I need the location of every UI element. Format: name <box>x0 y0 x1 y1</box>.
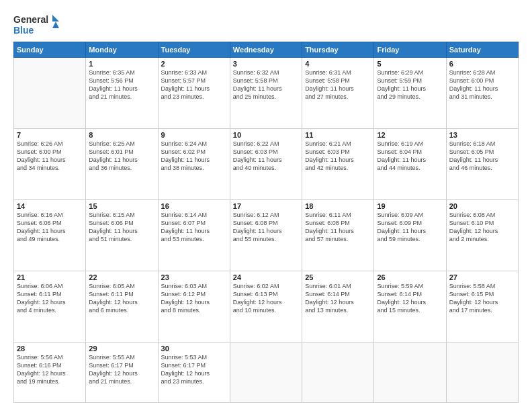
cell-info: Sunrise: 5:59 AM Sunset: 6:14 PM Dayligh… <box>377 282 443 315</box>
cell-info: Sunrise: 6:14 AM Sunset: 6:07 PM Dayligh… <box>161 211 227 244</box>
day-number: 26 <box>377 273 443 281</box>
day-number: 6 <box>449 60 515 68</box>
calendar-cell: 7Sunrise: 6:26 AM Sunset: 6:00 PM Daylig… <box>14 128 86 199</box>
day-number: 19 <box>377 202 443 210</box>
calendar-cell <box>14 58 86 129</box>
cell-info: Sunrise: 6:25 AM Sunset: 6:01 PM Dayligh… <box>89 140 154 173</box>
day-number: 10 <box>233 131 299 139</box>
calendar-cell: 12Sunrise: 6:19 AM Sunset: 6:04 PM Dayli… <box>374 128 446 199</box>
cell-info: Sunrise: 6:05 AM Sunset: 6:11 PM Dayligh… <box>89 282 154 315</box>
cell-info: Sunrise: 6:01 AM Sunset: 6:14 PM Dayligh… <box>305 282 371 315</box>
calendar-cell: 11Sunrise: 6:21 AM Sunset: 6:03 PM Dayli… <box>302 128 374 199</box>
weekday-header-wednesday: Wednesday <box>230 42 302 58</box>
calendar-table: SundayMondayTuesdayWednesdayThursdayFrid… <box>13 42 519 403</box>
day-number: 18 <box>305 202 371 210</box>
day-number: 24 <box>233 273 299 281</box>
calendar-cell: 27Sunrise: 5:58 AM Sunset: 6:15 PM Dayli… <box>446 271 518 342</box>
cell-info: Sunrise: 6:11 AM Sunset: 6:08 PM Dayligh… <box>305 211 371 244</box>
calendar-cell: 6Sunrise: 6:28 AM Sunset: 6:00 PM Daylig… <box>446 58 518 129</box>
day-number: 11 <box>305 131 371 139</box>
cell-info: Sunrise: 6:35 AM Sunset: 5:56 PM Dayligh… <box>89 68 154 101</box>
day-number: 17 <box>233 202 299 210</box>
calendar-cell: 29Sunrise: 5:55 AM Sunset: 6:17 PM Dayli… <box>86 342 158 402</box>
week-row-2: 7Sunrise: 6:26 AM Sunset: 6:00 PM Daylig… <box>14 128 519 199</box>
calendar-cell: 21Sunrise: 6:06 AM Sunset: 6:11 PM Dayli… <box>14 271 86 342</box>
day-number: 16 <box>161 202 227 210</box>
calendar-cell: 17Sunrise: 6:12 AM Sunset: 6:08 PM Dayli… <box>230 199 302 271</box>
calendar-cell: 24Sunrise: 6:02 AM Sunset: 6:13 PM Dayli… <box>230 271 302 342</box>
calendar-cell: 30Sunrise: 5:53 AM Sunset: 6:17 PM Dayli… <box>158 342 230 402</box>
day-number: 21 <box>17 273 83 281</box>
week-row-5: 28Sunrise: 5:56 AM Sunset: 6:16 PM Dayli… <box>14 342 519 402</box>
week-row-4: 21Sunrise: 6:06 AM Sunset: 6:11 PM Dayli… <box>14 271 519 342</box>
calendar-cell: 18Sunrise: 6:11 AM Sunset: 6:08 PM Dayli… <box>302 199 374 271</box>
calendar-cell: 15Sunrise: 6:15 AM Sunset: 6:06 PM Dayli… <box>86 199 158 271</box>
day-number: 30 <box>161 345 227 353</box>
day-number: 27 <box>449 273 515 281</box>
weekday-header-row: SundayMondayTuesdayWednesdayThursdayFrid… <box>14 42 519 58</box>
day-number: 12 <box>377 131 443 139</box>
cell-info: Sunrise: 6:31 AM Sunset: 5:58 PM Dayligh… <box>305 68 371 101</box>
day-number: 15 <box>89 202 154 210</box>
day-number: 25 <box>305 273 371 281</box>
svg-marker-2 <box>52 15 59 28</box>
day-number: 2 <box>161 60 227 68</box>
cell-info: Sunrise: 5:55 AM Sunset: 6:17 PM Dayligh… <box>89 353 154 386</box>
week-row-3: 14Sunrise: 6:16 AM Sunset: 6:06 PM Dayli… <box>14 199 519 271</box>
cell-info: Sunrise: 6:09 AM Sunset: 6:09 PM Dayligh… <box>377 211 443 244</box>
cell-info: Sunrise: 6:03 AM Sunset: 6:12 PM Dayligh… <box>161 282 227 315</box>
week-row-1: 1Sunrise: 6:35 AM Sunset: 5:56 PM Daylig… <box>14 58 519 129</box>
day-number: 9 <box>161 131 227 139</box>
weekday-header-thursday: Thursday <box>302 42 374 58</box>
calendar-cell: 16Sunrise: 6:14 AM Sunset: 6:07 PM Dayli… <box>158 199 230 271</box>
day-number: 7 <box>17 131 83 139</box>
weekday-header-saturday: Saturday <box>446 42 518 58</box>
cell-info: Sunrise: 6:06 AM Sunset: 6:11 PM Dayligh… <box>17 282 83 315</box>
day-number: 23 <box>161 273 227 281</box>
calendar-cell: 25Sunrise: 6:01 AM Sunset: 6:14 PM Dayli… <box>302 271 374 342</box>
day-number: 13 <box>449 131 515 139</box>
day-number: 20 <box>449 202 515 210</box>
cell-info: Sunrise: 6:32 AM Sunset: 5:58 PM Dayligh… <box>233 68 299 101</box>
calendar-cell <box>230 342 302 402</box>
day-number: 28 <box>17 345 83 353</box>
svg-text:Blue: Blue <box>13 25 34 36</box>
calendar-cell: 19Sunrise: 6:09 AM Sunset: 6:09 PM Dayli… <box>374 199 446 271</box>
calendar-cell: 4Sunrise: 6:31 AM Sunset: 5:58 PM Daylig… <box>302 58 374 129</box>
day-number: 4 <box>305 60 371 68</box>
cell-info: Sunrise: 6:12 AM Sunset: 6:08 PM Dayligh… <box>233 211 299 244</box>
cell-info: Sunrise: 6:28 AM Sunset: 6:00 PM Dayligh… <box>449 68 515 101</box>
weekday-header-sunday: Sunday <box>14 42 86 58</box>
day-number: 22 <box>89 273 154 281</box>
day-number: 3 <box>233 60 299 68</box>
calendar-cell: 26Sunrise: 5:59 AM Sunset: 6:14 PM Dayli… <box>374 271 446 342</box>
cell-info: Sunrise: 6:29 AM Sunset: 5:59 PM Dayligh… <box>377 68 443 101</box>
calendar-cell <box>374 342 446 402</box>
calendar-cell <box>446 342 518 402</box>
cell-info: Sunrise: 6:22 AM Sunset: 6:03 PM Dayligh… <box>233 140 299 173</box>
svg-text:General: General <box>13 14 48 25</box>
calendar-cell: 3Sunrise: 6:32 AM Sunset: 5:58 PM Daylig… <box>230 58 302 129</box>
cell-info: Sunrise: 5:56 AM Sunset: 6:16 PM Dayligh… <box>17 353 83 386</box>
cell-info: Sunrise: 6:15 AM Sunset: 6:06 PM Dayligh… <box>89 211 154 244</box>
day-number: 29 <box>89 345 154 353</box>
day-number: 14 <box>17 202 83 210</box>
calendar-cell: 23Sunrise: 6:03 AM Sunset: 6:12 PM Dayli… <box>158 271 230 342</box>
cell-info: Sunrise: 6:18 AM Sunset: 6:05 PM Dayligh… <box>449 140 515 173</box>
calendar-cell: 20Sunrise: 6:08 AM Sunset: 6:10 PM Dayli… <box>446 199 518 271</box>
calendar-cell: 5Sunrise: 6:29 AM Sunset: 5:59 PM Daylig… <box>374 58 446 129</box>
cell-info: Sunrise: 5:53 AM Sunset: 6:17 PM Dayligh… <box>161 353 227 386</box>
calendar-cell: 13Sunrise: 6:18 AM Sunset: 6:05 PM Dayli… <box>446 128 518 199</box>
cell-info: Sunrise: 6:02 AM Sunset: 6:13 PM Dayligh… <box>233 282 299 315</box>
day-number: 1 <box>89 60 154 68</box>
calendar-cell <box>302 342 374 402</box>
cell-info: Sunrise: 6:21 AM Sunset: 6:03 PM Dayligh… <box>305 140 371 173</box>
calendar-cell: 1Sunrise: 6:35 AM Sunset: 5:56 PM Daylig… <box>86 58 158 129</box>
header: General Blue <box>13 12 519 38</box>
weekday-header-tuesday: Tuesday <box>158 42 230 58</box>
cell-info: Sunrise: 6:08 AM Sunset: 6:10 PM Dayligh… <box>449 211 515 244</box>
calendar-cell: 2Sunrise: 6:33 AM Sunset: 5:57 PM Daylig… <box>158 58 230 129</box>
cell-info: Sunrise: 6:33 AM Sunset: 5:57 PM Dayligh… <box>161 68 227 101</box>
weekday-header-monday: Monday <box>86 42 158 58</box>
calendar-cell: 28Sunrise: 5:56 AM Sunset: 6:16 PM Dayli… <box>14 342 86 402</box>
